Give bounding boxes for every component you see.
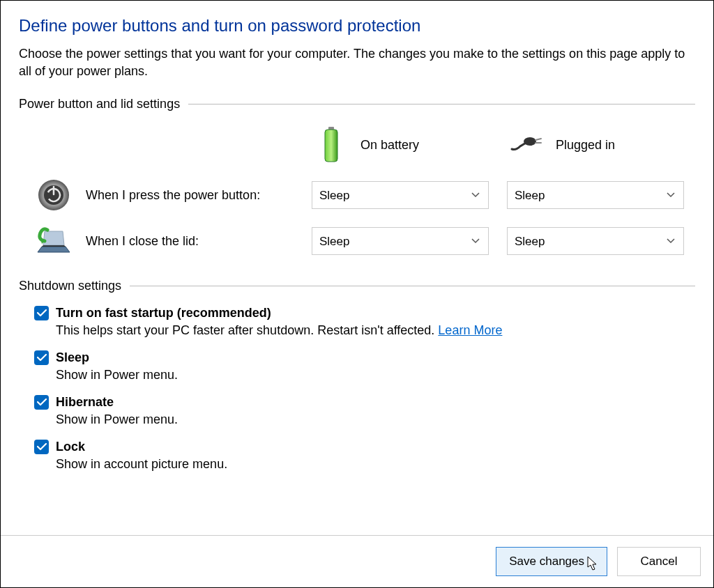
svg-rect-0 [328, 127, 334, 130]
dialog-footer: Save changes Cancel [1, 535, 713, 587]
close-lid-battery-select[interactable]: Sleep [312, 227, 489, 255]
page-description: Choose the power settings that you want … [19, 45, 695, 80]
power-button-plugged-select[interactable]: Sleep [507, 181, 684, 209]
shutdown-item-sleep: Sleep Show in Power menu. [34, 350, 695, 382]
close-lid-plugged-select[interactable]: Sleep [507, 227, 684, 255]
page-title: Define power buttons and turn on passwor… [19, 16, 695, 36]
shutdown-item-hibernate: Hibernate Show in Power menu. [34, 395, 695, 427]
cancel-button[interactable]: Cancel [617, 547, 701, 576]
learn-more-link[interactable]: Learn More [438, 323, 502, 337]
shutdown-item-lock: Lock Show in account picture menu. [34, 440, 695, 472]
cursor-icon [587, 556, 600, 571]
section-header-shutdown: Shutdown settings [19, 279, 695, 293]
checkbox-sleep[interactable] [34, 350, 49, 365]
column-header-plugged: Plugged in [507, 124, 702, 166]
row-power-button: When I press the power button: [19, 178, 312, 212]
power-button-icon [34, 178, 73, 212]
battery-icon [312, 125, 351, 164]
svg-rect-1 [325, 130, 337, 162]
checkbox-hibernate[interactable] [34, 395, 49, 410]
checkbox-fast-startup[interactable] [34, 306, 49, 320]
laptop-lid-icon [34, 227, 73, 255]
column-header-battery: On battery [312, 124, 507, 166]
checkbox-lock[interactable] [34, 440, 49, 454]
power-button-battery-select[interactable]: Sleep [312, 181, 489, 209]
shutdown-item-fast-startup: Turn on fast startup (recommended) This … [34, 306, 695, 338]
svg-line-3 [536, 139, 541, 140]
section-header-power: Power button and lid settings [19, 97, 695, 111]
svg-point-2 [524, 137, 536, 146]
plug-icon [507, 137, 546, 153]
row-close-lid: When I close the lid: [19, 224, 312, 258]
save-changes-button[interactable]: Save changes [496, 547, 607, 576]
